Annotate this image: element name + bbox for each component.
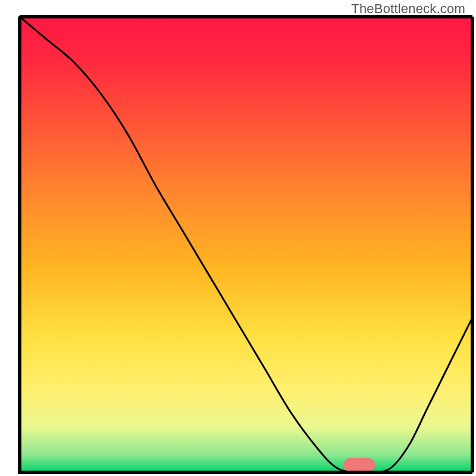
bottleneck-chart — [0, 0, 476, 476]
watermark-label: TheBottleneck.com — [351, 1, 465, 17]
plot-background — [20, 17, 472, 472]
chart-container: TheBottleneck.com — [0, 0, 476, 476]
bottleneck-marker — [343, 458, 375, 472]
